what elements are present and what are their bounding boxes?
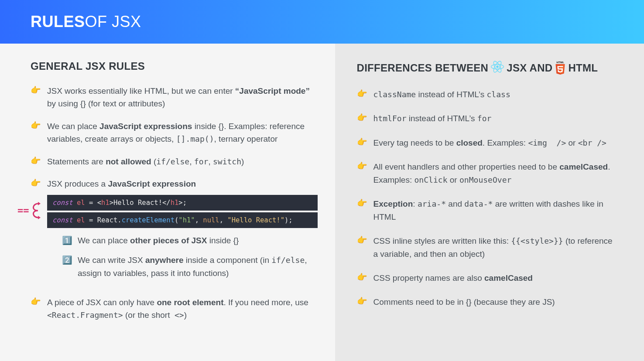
list-item-text: Comments need to be in {} (because they … [373, 296, 618, 308]
code-line-2: const el = React.createElement("h1", nul… [47, 212, 318, 228]
react-icon [491, 60, 504, 76]
list-item-body: JSX works essentially like HTML, but we … [47, 85, 318, 110]
pointing-hand-icon: 👉 [31, 85, 41, 96]
columns: GENERAL JSX RULES 👉JSX works essentially… [0, 44, 644, 361]
list-item: 👉Every tag needs to be closed. Examples:… [357, 136, 618, 149]
right-bullet-list: 👉className instead of HTML’s class👉htmlF… [357, 88, 618, 309]
list-item-text: JSX works essentially like HTML, but we … [47, 85, 318, 110]
sub-item-text: We can place other pieces of JSX inside … [78, 234, 239, 247]
pointing-hand-icon: 👉 [31, 177, 41, 189]
sub-item: 1️⃣We can place other pieces of JSX insi… [62, 234, 318, 247]
list-item: 👉JSX works essentially like HTML, but we… [31, 85, 318, 110]
list-item-text: CSS property names are also camelCased [373, 272, 618, 284]
list-item-text: htmlFor instead of HTML’s for [373, 112, 618, 125]
right-column: DIFFERENCES BETWEEN JSX AND HTML [335, 44, 644, 361]
list-item: 👉JSX produces a JavaScript expression==c… [31, 177, 318, 286]
pointing-hand-icon: 👉 [357, 272, 367, 283]
right-title-html: HTML [568, 62, 598, 74]
list-item-body: Statements are not allowed (if/else, for… [47, 155, 318, 168]
list-item-text: Every tag needs to be closed. Examples: … [373, 136, 618, 149]
list-item-text: CSS inline styles are written like this:… [373, 235, 618, 260]
list-item: 👉Comments need to be in {} (because they… [357, 296, 618, 308]
right-title: DIFFERENCES BETWEEN JSX AND HTML [357, 60, 618, 76]
list-item-text: Exception: aria-* and data-* are written… [373, 198, 618, 223]
pointing-hand-icon: 👉 [357, 112, 367, 124]
header-rest: OF JSX [85, 13, 141, 31]
slide-header: RULES OF JSX [0, 0, 644, 44]
right-title-pre: DIFFERENCES BETWEEN [357, 62, 489, 74]
pointing-hand-icon: 👉 [357, 296, 367, 307]
pointing-hand-icon: 👉 [357, 160, 367, 172]
code-line-1: const el = <h1>Hello React!</h1>; [47, 195, 318, 211]
list-item: 👉We can place JavaScript expressions ins… [31, 120, 318, 146]
right-title-jsx: JSX [507, 62, 527, 74]
list-item-body: JSX produces a JavaScript expression==co… [47, 177, 318, 286]
list-item: 👉className instead of HTML’s class [357, 88, 618, 101]
pointing-hand-icon: 👉 [357, 235, 367, 246]
left-column: GENERAL JSX RULES 👉JSX works essentially… [0, 44, 335, 361]
pointing-hand-icon: 👉 [31, 120, 41, 132]
number-badge-icon: 2️⃣ [62, 254, 72, 279]
pointing-hand-icon: 👉 [31, 155, 41, 167]
svg-point-0 [497, 65, 499, 68]
list-item-text: We can place JavaScript expressions insi… [47, 120, 318, 146]
number-badge-icon: 1️⃣ [62, 234, 72, 247]
sub-item: 2️⃣We can write JSX anywhere inside a co… [62, 254, 318, 279]
list-item: 👉All event handlers and other properties… [357, 160, 618, 186]
pointing-hand-icon: 👉 [357, 136, 367, 148]
pointing-hand-icon: 👉 [31, 296, 41, 308]
right-title-and: AND [530, 62, 553, 74]
pointing-hand-icon: 👉 [357, 198, 367, 209]
list-item-text: A piece of JSX can only have one root el… [47, 296, 318, 322]
equals-badge: == [17, 202, 41, 219]
left-title: GENERAL JSX RULES [31, 60, 318, 72]
list-item-text: JSX produces a JavaScript expression [47, 177, 318, 190]
html5-icon: HTML [555, 61, 565, 75]
list-item: 👉Statements are not allowed (if/else, fo… [31, 155, 318, 168]
pointing-hand-icon: 👉 [357, 88, 367, 100]
list-item-body: A piece of JSX can only have one root el… [47, 296, 318, 322]
header-bold: RULES [31, 13, 85, 31]
sub-bullets: 1️⃣We can place other pieces of JSX insi… [47, 234, 318, 279]
list-item-text: className instead of HTML’s class [373, 88, 618, 101]
left-bullet-list: 👉JSX works essentially like HTML, but we… [31, 85, 318, 322]
list-item: 👉htmlFor instead of HTML’s for [357, 112, 618, 125]
list-item: 👉CSS inline styles are written like this… [357, 235, 618, 260]
list-item-text: All event handlers and other properties … [373, 160, 618, 186]
list-item-body: We can place JavaScript expressions insi… [47, 120, 318, 146]
list-item: 👉Exception: aria-* and data-* are writte… [357, 198, 618, 223]
sub-item-text: We can write JSX anywhere inside a compo… [78, 254, 318, 279]
list-item-text: Statements are not allowed (if/else, for… [47, 155, 318, 168]
list-item: 👉CSS property names are also camelCased [357, 272, 618, 284]
code-block: ==const el = <h1>Hello React!</h1>;const… [47, 195, 318, 228]
list-item: 👉A piece of JSX can only have one root e… [31, 296, 318, 322]
